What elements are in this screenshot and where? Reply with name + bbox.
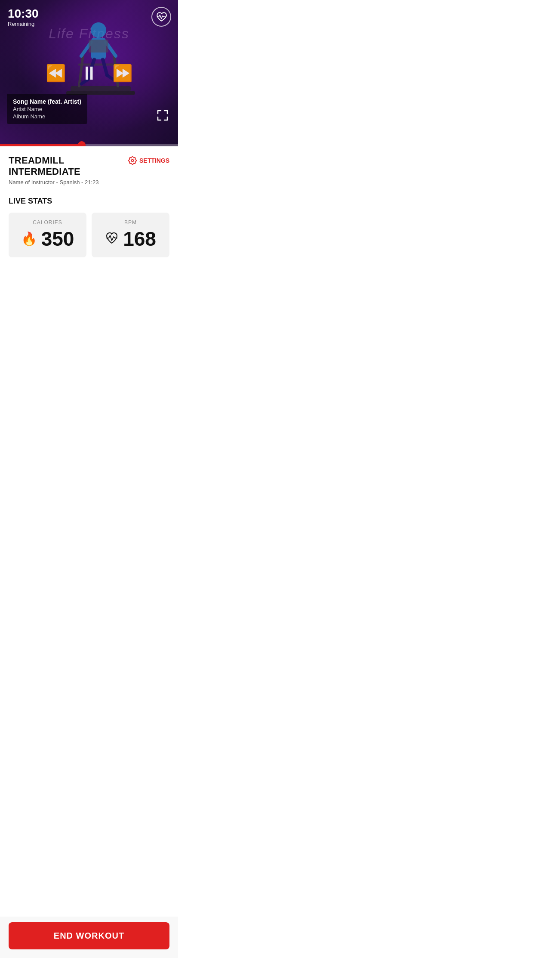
song-name: Song Name (feat. Artist) xyxy=(13,98,81,105)
workout-title: TREADMILL INTERMEDIATE xyxy=(9,155,128,177)
heart-bpm-icon xyxy=(105,231,119,247)
stats-grid: CALORIES 🔥 350 BPM 168 xyxy=(9,213,169,257)
bpm-label: BPM xyxy=(124,219,137,226)
fullscreen-icon xyxy=(157,109,169,121)
progress-fill xyxy=(0,144,82,146)
svg-point-14 xyxy=(131,160,133,162)
timer-display: 10:30 Remaining xyxy=(8,8,39,27)
workout-subtitle: Name of Instructor - Spanish - 21:23 xyxy=(9,179,128,185)
calories-value-row: 🔥 350 xyxy=(21,229,74,249)
playback-controls: ⏪ ⏸ ⏩ xyxy=(46,64,132,83)
forward-button[interactable]: ⏩ xyxy=(112,65,132,81)
settings-label: SETTINGS xyxy=(139,157,169,164)
flame-icon: 🔥 xyxy=(21,232,37,245)
live-stats-section: LIVE STATS CALORIES 🔥 350 BPM xyxy=(0,190,178,257)
workout-title-block: TREADMILL INTERMEDIATE Name of Instructo… xyxy=(9,155,128,185)
heart-rate-button[interactable] xyxy=(151,7,171,27)
bpm-value: 168 xyxy=(123,229,156,249)
bpm-value-row: 168 xyxy=(105,229,156,249)
bpm-card: BPM 168 xyxy=(92,213,169,257)
calories-label: CALORIES xyxy=(33,219,62,226)
calories-value: 350 xyxy=(41,229,74,249)
progress-bar[interactable] xyxy=(0,144,178,146)
workout-header: TREADMILL INTERMEDIATE Name of Instructo… xyxy=(0,146,178,190)
settings-button[interactable]: SETTINGS xyxy=(128,155,169,165)
calories-card: CALORIES 🔥 350 xyxy=(9,213,86,257)
song-artist: Artist Name xyxy=(13,106,81,112)
settings-gear-icon xyxy=(128,156,137,165)
live-stats-title: LIVE STATS xyxy=(9,197,169,206)
song-info-panel: Song Name (feat. Artist) Artist Name Alb… xyxy=(7,94,87,124)
svg-rect-13 xyxy=(89,40,108,53)
svg-point-5 xyxy=(91,22,106,38)
pause-button[interactable]: ⏸ xyxy=(80,64,98,83)
song-album: Album Name xyxy=(13,113,81,120)
heart-monitor-icon xyxy=(156,11,167,22)
rewind-button[interactable]: ⏪ xyxy=(46,65,66,81)
timer-time: 10:30 xyxy=(8,8,39,20)
video-player: Life Fitness 10:30 Remaining xyxy=(0,0,178,146)
content-section: TREADMILL INTERMEDIATE Name of Instructo… xyxy=(0,146,178,309)
fullscreen-button[interactable] xyxy=(154,107,171,124)
timer-label: Remaining xyxy=(8,21,39,27)
